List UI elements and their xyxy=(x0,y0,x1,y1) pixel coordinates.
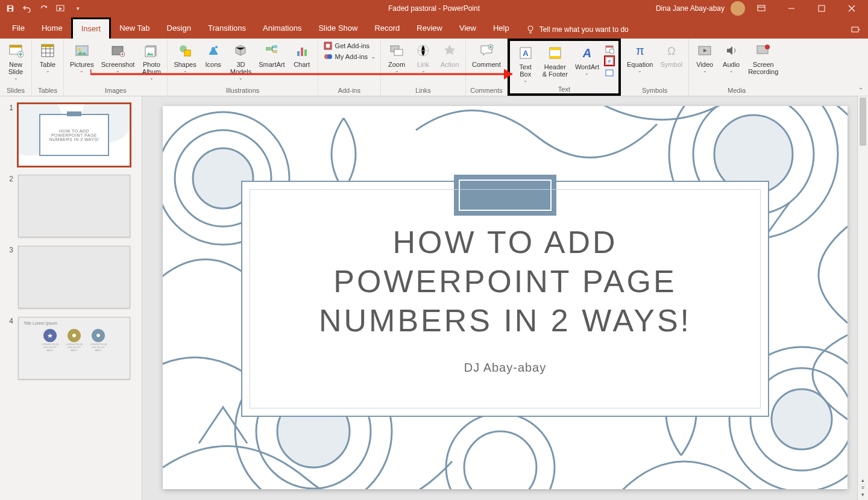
thumb-slide-1[interactable]: HOW TO ADD POWERPOINT PAGE NUMBERS IN 2 … xyxy=(18,104,130,166)
svg-rect-19 xyxy=(266,47,271,51)
tab-file[interactable]: File xyxy=(4,19,33,39)
table-button[interactable]: Table ⌄ xyxy=(34,40,61,86)
icons-label: Icons xyxy=(206,61,221,68)
svg-text:#: # xyxy=(608,58,611,64)
pictures-button[interactable]: Pictures ⌄ xyxy=(66,40,98,86)
user-name[interactable]: Dina Jane Abay-abay xyxy=(656,4,725,13)
equation-button[interactable]: π Equation ⌄ xyxy=(623,40,656,86)
group-tables-label: Tables xyxy=(38,86,57,96)
my-addins-label: My Add-ins xyxy=(335,53,368,60)
title-bar: ▾ Faded pastoral - PowerPoint Dina Jane … xyxy=(0,0,868,17)
action-icon xyxy=(440,41,459,60)
collapse-ribbon-icon[interactable]: ⌃ xyxy=(858,87,863,93)
pictures-icon xyxy=(72,41,92,60)
text-mini-buttons: # xyxy=(603,42,616,84)
ribbon-display-icon[interactable] xyxy=(747,0,775,17)
tab-view[interactable]: View xyxy=(451,19,485,39)
comment-button[interactable]: Comment xyxy=(468,40,505,86)
svg-rect-2 xyxy=(819,5,825,11)
header-footer-button[interactable]: Header & Footer xyxy=(539,42,571,84)
screenshot-button[interactable]: Screenshot ⌄ xyxy=(98,40,139,86)
start-from-beginning-icon[interactable] xyxy=(55,3,66,14)
tell-me[interactable]: Tell me what you want to do xyxy=(518,25,637,39)
redo-icon[interactable] xyxy=(39,3,49,14)
tab-animations[interactable]: Animations xyxy=(254,19,310,39)
screen-recording-icon xyxy=(753,41,773,60)
ribbon: New Slide ⌄ Slides Table ⌄ Tables Pictur… xyxy=(0,39,868,96)
thumb-slide-2[interactable] xyxy=(18,175,130,237)
video-button[interactable]: Video ⌄ xyxy=(691,40,718,86)
chart-button[interactable]: Chart xyxy=(289,40,315,86)
svg-rect-39 xyxy=(606,46,613,48)
qat-more-icon[interactable]: ▾ xyxy=(72,3,83,14)
avatar[interactable] xyxy=(731,1,745,16)
tab-help[interactable]: Help xyxy=(485,19,518,39)
audio-button[interactable]: Audio ⌄ xyxy=(718,40,744,86)
group-text-label: Text xyxy=(558,84,570,95)
svg-point-63 xyxy=(464,431,536,489)
svg-point-48 xyxy=(765,45,770,49)
vertical-scrollbar[interactable]: ▴ ≡ ▾ xyxy=(857,96,868,500)
tab-review[interactable]: Review xyxy=(408,19,451,39)
new-slide-label: New Slide xyxy=(8,61,23,75)
wordart-button[interactable]: A WordArt ⌄ xyxy=(571,42,603,84)
tab-newtab[interactable]: New Tab xyxy=(111,19,158,39)
tab-insert[interactable]: Insert xyxy=(71,17,112,39)
svg-point-67 xyxy=(772,389,832,449)
svg-text:π: π xyxy=(636,44,644,57)
svg-text:A: A xyxy=(523,49,529,58)
minimize-icon[interactable] xyxy=(778,0,805,17)
photo-album-label: Photo Album xyxy=(142,61,161,75)
smartart-label: SmartArt xyxy=(259,61,285,68)
group-slides: New Slide ⌄ Slides xyxy=(0,39,32,96)
text-box-button[interactable]: A Text Box ⌄ xyxy=(512,42,539,84)
zoom-button[interactable]: Zoom ⌄ xyxy=(383,40,410,86)
tab-slideshow[interactable]: Slide Show xyxy=(310,19,366,39)
thumb-slide-4[interactable]: Title Lorem Ipsum LOREM IPSUM DOLOR SIT … xyxy=(18,317,130,380)
table-icon xyxy=(38,41,57,60)
svg-point-18 xyxy=(215,46,218,48)
3d-models-button[interactable]: 3D Models ⌄ xyxy=(227,40,255,86)
slide-number-icon[interactable]: # xyxy=(604,55,615,66)
symbol-button: Ω Symbol xyxy=(656,40,686,86)
next-slide-icon[interactable]: ▾ xyxy=(861,492,864,498)
smartart-button[interactable]: SmartArt xyxy=(255,40,288,86)
tab-home[interactable]: Home xyxy=(33,19,71,39)
object-icon[interactable] xyxy=(604,67,615,78)
slide-thumbnails: 1 HOW TO ADD POWERPOINT PAGE NUMBERS IN … xyxy=(0,96,142,500)
equation-icon: π xyxy=(631,41,650,60)
get-addins-button[interactable]: Get Add-ins xyxy=(323,41,376,51)
slide-title[interactable]: HOW TO ADD POWERPOINT PAGE NUMBERS IN 2 … xyxy=(295,223,715,340)
tab-transitions[interactable]: Transitions xyxy=(200,19,254,39)
prev-slide-icon[interactable]: ▴ xyxy=(861,477,864,483)
undo-icon[interactable] xyxy=(22,3,33,14)
slide-canvas[interactable]: HOW TO ADD POWERPOINT PAGE NUMBERS IN 2 … xyxy=(163,106,848,489)
thumb-slide-3[interactable] xyxy=(18,246,130,308)
my-addins-button[interactable]: My Add-ins ⌄ xyxy=(323,52,376,61)
date-time-icon[interactable] xyxy=(604,43,615,54)
svg-rect-24 xyxy=(304,49,307,56)
photo-album-button[interactable]: Photo Album ⌄ xyxy=(138,40,165,86)
group-comments-label: Comments xyxy=(470,86,502,96)
svg-rect-36 xyxy=(550,56,561,58)
save-icon[interactable] xyxy=(5,3,16,14)
slide-title-card: HOW TO ADD POWERPOINT PAGE NUMBERS IN 2 … xyxy=(241,181,769,417)
slide-subtitle[interactable]: DJ Abay-abay xyxy=(464,361,547,375)
group-media-label: Media xyxy=(728,86,746,96)
group-media: Video ⌄ Audio ⌄ Screen Recording Media xyxy=(689,39,784,96)
share-icon[interactable] xyxy=(844,20,868,39)
shapes-button[interactable]: Shapes ⌄ xyxy=(170,40,200,86)
close-icon[interactable] xyxy=(838,0,866,17)
svg-rect-17 xyxy=(184,50,190,56)
tab-design[interactable]: Design xyxy=(159,19,200,39)
tab-record[interactable]: Record xyxy=(366,19,408,39)
screen-recording-button[interactable]: Screen Recording xyxy=(744,40,782,86)
svg-rect-1 xyxy=(758,5,765,11)
action-label: Action xyxy=(441,61,459,68)
new-slide-button[interactable]: New Slide ⌄ xyxy=(2,40,29,86)
prev-slide-double-icon[interactable]: ≡ xyxy=(861,484,864,490)
scrollbar-thumb[interactable] xyxy=(860,98,866,146)
icons-button[interactable]: Icons xyxy=(200,40,227,86)
get-addins-icon xyxy=(323,41,333,51)
maximize-icon[interactable] xyxy=(808,0,835,17)
